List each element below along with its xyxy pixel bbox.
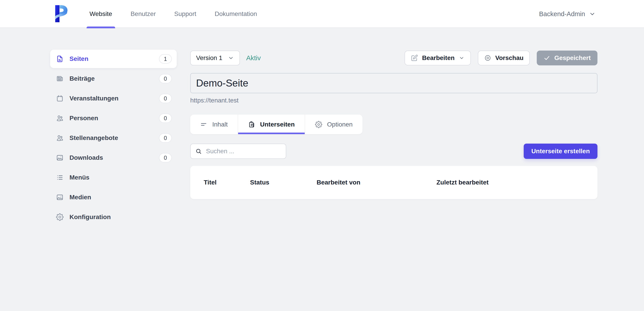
- nav-item-label: Support: [174, 10, 196, 17]
- tab-bar: Inhalt Unterseiten Optionen: [190, 115, 362, 134]
- sidebar: Seiten 1 Beiträge 0 Veranstaltungen 0 Pe…: [50, 50, 177, 228]
- nav-item-label: Benutzer: [131, 10, 156, 17]
- page-url: https://tenant.test: [190, 97, 598, 104]
- main-nav: Website Benutzer Support Dokumentation: [90, 0, 257, 28]
- subpages-table: TitelStatusBearbeitet vonZuletzt bearbei…: [190, 166, 598, 199]
- sidebar-item-beiträge[interactable]: Beiträge 0: [50, 69, 177, 88]
- tab-label: Optionen: [327, 121, 353, 128]
- count-badge: 0: [159, 74, 172, 83]
- eye-icon: [484, 54, 491, 61]
- sidebar-item-veranstaltungen[interactable]: Veranstaltungen 0: [50, 89, 177, 108]
- preview-button[interactable]: Vorschau: [478, 50, 530, 65]
- calendar-icon: [56, 95, 64, 102]
- sidebar-item-menüs[interactable]: Menüs: [50, 168, 177, 187]
- table-column-header: Zuletzt bearbeitet: [436, 179, 584, 186]
- page-toolbar: Version 1 Aktiv Bearbeiten Vorschau Gesp…: [190, 50, 598, 65]
- lines-icon: [200, 121, 207, 128]
- sidebar-item-label: Seiten: [70, 55, 88, 62]
- sidebar-item-label: Menüs: [70, 174, 90, 181]
- page-title-input[interactable]: [190, 73, 598, 93]
- sidebar-item-konfiguration[interactable]: Konfiguration: [50, 208, 177, 226]
- tab-unterseiten[interactable]: Unterseiten: [238, 115, 305, 134]
- sidebar-item-label: Downloads: [70, 154, 103, 161]
- version-select[interactable]: Version 1: [190, 50, 240, 65]
- search-icon: [195, 148, 202, 155]
- tab-inhalt[interactable]: Inhalt: [190, 115, 238, 134]
- count-badge: 0: [159, 153, 172, 162]
- tab-label: Unterseiten: [260, 121, 295, 128]
- clipboard-icon: [248, 121, 255, 128]
- users-icon: [56, 114, 64, 122]
- sidebar-item-label: Medien: [70, 194, 91, 201]
- tab-label: Inhalt: [212, 121, 228, 128]
- image-icon: [56, 154, 64, 162]
- version-label: Version 1: [196, 54, 222, 61]
- count-badge: 0: [159, 94, 172, 103]
- table-header-row: TitelStatusBearbeitet vonZuletzt bearbei…: [190, 166, 598, 199]
- saved-button[interactable]: Gespeichert: [537, 50, 598, 65]
- nav-item-dokumentation[interactable]: Dokumentation: [215, 0, 257, 28]
- sidebar-item-medien[interactable]: Medien: [50, 188, 177, 207]
- document-icon: [56, 55, 64, 63]
- user-menu[interactable]: Backend-Admin: [539, 0, 596, 28]
- sidebar-item-label: Veranstaltungen: [70, 95, 118, 102]
- sidebar-item-label: Personen: [70, 115, 98, 122]
- edit-button[interactable]: Bearbeiten: [404, 50, 471, 65]
- edit-button-label: Bearbeiten: [422, 54, 455, 61]
- newspaper-icon: [56, 75, 64, 82]
- sidebar-item-seiten[interactable]: Seiten 1: [50, 50, 177, 68]
- sidebar-item-downloads[interactable]: Downloads 0: [50, 149, 177, 167]
- sidebar-item-label: Beiträge: [70, 75, 95, 82]
- main-content: Version 1 Aktiv Bearbeiten Vorschau Gesp…: [190, 50, 598, 199]
- create-subpage-button[interactable]: Unterseite erstellen: [524, 144, 598, 159]
- sidebar-item-stellenangebote[interactable]: Stellenangebote 0: [50, 129, 177, 147]
- search-box: [190, 144, 286, 159]
- top-header: Website Benutzer Support Dokumentation B…: [0, 0, 644, 28]
- preview-button-label: Vorschau: [495, 54, 524, 61]
- app-logo[interactable]: [50, 4, 70, 23]
- status-badge: Aktiv: [246, 54, 261, 62]
- gear-icon: [315, 121, 322, 128]
- nav-item-benutzer[interactable]: Benutzer: [131, 0, 156, 28]
- user-menu-label: Backend-Admin: [539, 10, 585, 18]
- gear-icon: [56, 213, 64, 221]
- table-column-header: Bearbeitet von: [316, 179, 436, 186]
- sidebar-item-label: Konfiguration: [70, 214, 111, 221]
- list-icon: [56, 174, 64, 181]
- chevron-down-icon: [228, 55, 234, 61]
- count-badge: 0: [159, 113, 172, 123]
- nav-item-website[interactable]: Website: [90, 0, 112, 28]
- subpage-actions: Unterseite erstellen: [190, 144, 598, 159]
- table-column-header: Status: [250, 179, 316, 186]
- saved-button-label: Gespeichert: [554, 54, 591, 61]
- chevron-down-icon: [589, 10, 596, 17]
- sidebar-item-personen[interactable]: Personen 0: [50, 109, 177, 127]
- nav-item-label: Dokumentation: [215, 10, 257, 17]
- search-input[interactable]: [206, 148, 281, 155]
- edit-square-icon: [411, 54, 418, 61]
- nav-item-support[interactable]: Support: [174, 0, 196, 28]
- nav-item-label: Website: [90, 10, 112, 17]
- check-icon: [544, 55, 550, 61]
- chevron-down-icon: [459, 55, 464, 61]
- image-icon: [56, 194, 64, 201]
- sidebar-item-label: Stellenangebote: [70, 134, 118, 142]
- users-icon: [56, 134, 64, 142]
- count-badge: 0: [159, 133, 172, 143]
- toolbar-actions: Bearbeiten Vorschau Gespeichert: [404, 50, 598, 65]
- tab-optionen[interactable]: Optionen: [305, 115, 363, 134]
- count-badge: 1: [159, 54, 172, 64]
- table-column-header: Titel: [204, 179, 250, 186]
